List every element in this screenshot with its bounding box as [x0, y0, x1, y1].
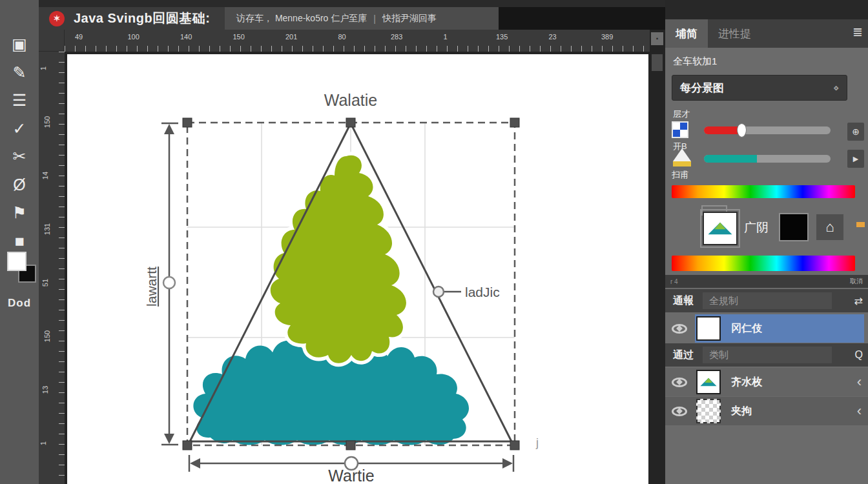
green-blob-shape[interactable] [271, 156, 406, 363]
diagram-title: Walatie [324, 91, 377, 109]
spectrum-bar-top[interactable] [672, 185, 855, 198]
hue-slider-knob[interactable] [737, 123, 747, 137]
title-segment-right [499, 7, 665, 30]
scrollbar-thumb[interactable] [652, 54, 663, 71]
link-icon[interactable]: ⇄ [854, 295, 863, 307]
h-ruler-number: 389 [601, 33, 613, 41]
preset-dropdown-value: 每分景图 [680, 81, 724, 96]
tab-adjustments[interactable]: 进性提 [708, 19, 761, 48]
tool-marquee-icon[interactable]: ▣ [5, 31, 34, 57]
saturation-slider-fill [704, 155, 757, 163]
layer-row-2[interactable]: 齐水枚 ‹ [665, 368, 868, 396]
panel-footer-strip: r 4 取消 [665, 275, 868, 288]
artwork-thumbnail[interactable] [703, 212, 738, 245]
title-divider: | [373, 14, 376, 24]
properties-panel: 埔简 进性提 ≣ 全车软加1 每分景图 ⋄ 层才 ⊕ 开B ► 扫甫 广阴 ⌂ … [665, 0, 868, 484]
title-segment-left: ✶ Java Svingb回圆基础: [39, 7, 225, 30]
app-logo-icon: ✶ [49, 11, 65, 26]
tool-text-lines-icon[interactable]: ☰ [5, 87, 34, 113]
title-bar-top-strip [39, 0, 665, 7]
slider2-option-button[interactable]: ► [847, 150, 864, 168]
h-ruler-number: 80 [338, 33, 346, 41]
h-ruler-number: 49 [75, 33, 83, 41]
h-ruler-ticks [65, 46, 650, 52]
channels-header: 通報 全規制 ⇄ [665, 289, 868, 312]
channels-field[interactable]: 全規制 [703, 292, 832, 309]
hue-slider[interactable] [704, 126, 831, 134]
tool-flag-icon[interactable]: ⚑ [5, 199, 34, 225]
height-label: lawartt [144, 267, 159, 307]
panel-top-strip [665, 0, 868, 19]
channels-label: 通報 [673, 294, 694, 308]
panel-menu-icon[interactable]: ≣ [852, 25, 863, 39]
color-swatch-label: Dod [0, 297, 39, 310]
ruler-corner [39, 30, 65, 52]
footer-left-text: r 4 [670, 278, 678, 285]
v-ruler-number: 51 [41, 279, 49, 287]
layer1-thumbnail[interactable] [696, 316, 721, 341]
search-icon[interactable]: Q [855, 349, 863, 361]
home-icon[interactable]: ⌂ [816, 214, 843, 240]
spectrum-bar-bottom[interactable] [672, 256, 855, 271]
tool-swatch-icon[interactable]: ■ [5, 228, 34, 254]
h-ruler-number: 201 [285, 33, 297, 41]
title-segment-middle: 访存车， Menne-ko5ro 仁户至庫 | 快指尹湖回事 [225, 7, 499, 30]
panel-tab-bar: 埔简 进性提 [665, 19, 868, 48]
dropdown-arrow-icon: ⋄ [833, 83, 839, 93]
h-ruler-number: 135 [496, 33, 508, 41]
layer3-thumbnail[interactable] [696, 399, 721, 423]
visibility-eye-icon[interactable] [672, 378, 687, 387]
v-ruler-number: 13 [41, 386, 49, 394]
tool-brush-check-icon[interactable]: ✓ [5, 116, 34, 141]
canvas-page[interactable]: ladJic Walatie lawartt Wartie j [67, 54, 648, 484]
triangle-tool-icon-base [673, 161, 691, 166]
h-ruler-number: 23 [549, 33, 557, 41]
visibility-eye-icon[interactable] [672, 407, 687, 416]
paths-field[interactable]: 类制 [703, 347, 832, 363]
left-arrowhead [190, 458, 200, 469]
layer-row-1[interactable]: 冈仁伎 [665, 314, 868, 343]
layer3-name: 夹拘 [731, 405, 752, 418]
slider1-option-button[interactable]: ⊕ [847, 123, 864, 141]
chevron-left-icon[interactable]: ‹ [857, 374, 862, 390]
black-color-swatch[interactable] [779, 213, 809, 241]
scrollbar-button[interactable]: ▪ [651, 32, 663, 45]
layer1-name: 冈仁伎 [731, 322, 762, 336]
right-arrowhead [502, 458, 513, 469]
tool-lasso-icon[interactable]: Ø [5, 172, 34, 197]
triangle-diagram: ladJic Walatie lawartt Wartie j [67, 54, 648, 484]
saturation-slider[interactable] [704, 155, 831, 163]
h-ruler-number: 283 [391, 33, 402, 41]
height-midpoint-handle[interactable] [163, 277, 175, 288]
paths-header: 通过 类制 Q [665, 343, 868, 367]
v-ruler-number: 131 [43, 223, 51, 235]
horizontal-ruler[interactable]: 491001401502018028311352338999 [65, 30, 650, 52]
visibility-eye-icon[interactable] [672, 324, 687, 334]
down-arrowhead [164, 434, 174, 444]
edge-anchor-handle[interactable] [433, 287, 444, 297]
v-ruler-number: 150 [43, 330, 51, 342]
preset-dropdown[interactable]: 每分景图 ⋄ [672, 75, 847, 101]
app-title: Java Svingb回圆基础: [74, 10, 210, 27]
layer2-thumbnail[interactable] [696, 370, 721, 394]
v-ruler-number: 14 [41, 172, 49, 179]
h-ruler-number: 1 [444, 33, 448, 41]
triangle-tool-icon[interactable] [673, 148, 691, 161]
tool-scissors-icon[interactable]: ✂ [5, 143, 34, 169]
v-ruler-number: 150 [43, 116, 51, 128]
vertical-ruler[interactable]: 11501413151150131 [39, 52, 65, 484]
foreground-color-swatch[interactable] [7, 252, 26, 271]
layer2-name: 齐水枚 [731, 376, 762, 389]
tab-properties[interactable]: 埔简 [665, 19, 708, 48]
paths-label: 通过 [673, 348, 694, 362]
right-edge-label: ladJic [465, 285, 500, 299]
v-ruler-ticks [59, 52, 65, 484]
footer-cancel-text[interactable]: 取消 [850, 277, 863, 286]
tool-pen-icon[interactable]: ✎ [5, 59, 34, 85]
pattern-thumbnail-icon[interactable] [672, 121, 688, 138]
panel-scroll-marker [856, 222, 865, 227]
h-ruler-number: 140 [180, 33, 192, 41]
chevron-left-icon[interactable]: ‹ [857, 403, 862, 419]
layer-row-3[interactable]: 夹拘 ‹ [665, 397, 868, 425]
swatch-label: 广阴 [744, 219, 769, 236]
